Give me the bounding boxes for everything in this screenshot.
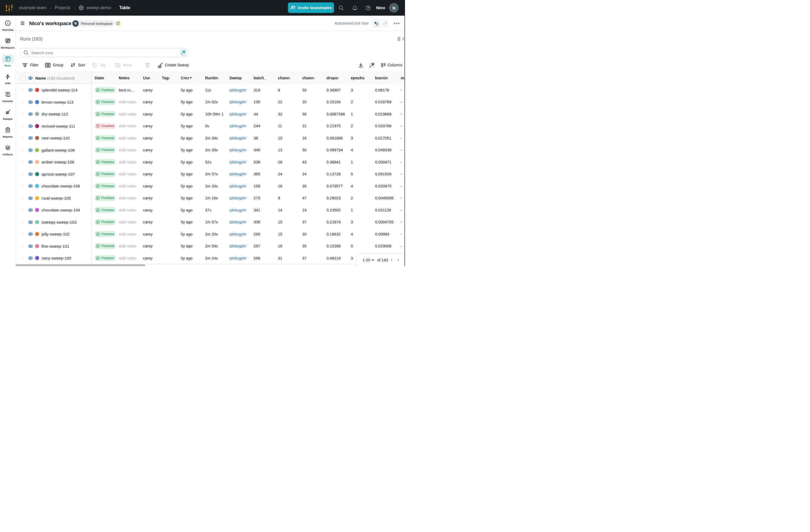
prev-page-chevron-icon[interactable]: ‹	[391, 257, 392, 262]
drag-handle-dot[interactable]	[22, 233, 23, 235]
run-visibility-eye-icon[interactable]	[28, 208, 33, 212]
run-visibility-eye-icon[interactable]	[28, 112, 33, 116]
run-notes[interactable]: Add notes	[119, 120, 136, 132]
export-button[interactable]	[359, 62, 363, 68]
run-notes[interactable]: Add notes	[119, 144, 136, 156]
run-row[interactable]: revived-sweep-111 Crashed Add notes care…	[15, 120, 405, 132]
run-name[interactable]: rare-sweep-110	[42, 132, 70, 144]
breadcrumb-team[interactable]: example-team	[19, 5, 46, 10]
run-row[interactable]: rural-sweep-105 Finished Add notes carey…	[15, 192, 405, 204]
column-header-lr[interactable]: learnin	[372, 72, 396, 84]
run-notes[interactable]: Add notes	[119, 228, 136, 240]
run-visibility-eye-icon[interactable]	[28, 88, 33, 92]
delete-button[interactable]	[145, 62, 150, 68]
run-row[interactable]: chocolate-sweep-106 Finished Add notes c…	[15, 180, 405, 192]
run-color-dot[interactable]	[35, 100, 39, 104]
column-header-ch1[interactable]: channe	[274, 72, 297, 84]
run-visibility-eye-icon[interactable]	[28, 256, 33, 260]
sidebar-item-overview[interactable]: Overview	[0, 19, 15, 37]
sidebar-item-runs[interactable]: Runs	[0, 54, 15, 72]
run-sweep-link[interactable]: q9dwgphr	[229, 168, 247, 180]
wandb-logo-icon[interactable]	[5, 4, 14, 12]
drag-handle-dot[interactable]	[22, 174, 23, 175]
run-color-dot[interactable]	[35, 148, 39, 152]
run-color-dot[interactable]	[35, 112, 39, 116]
run-sweep-link[interactable]: q9dwgphr	[229, 120, 247, 132]
help-icon[interactable]	[366, 0, 371, 16]
run-notes[interactable]: Add notes	[119, 252, 136, 264]
run-name[interactable]: sweepy-sweep-103	[42, 216, 76, 228]
run-notes[interactable]: Add notes	[119, 180, 136, 192]
run-sweep-link[interactable]: q9dwgphr	[229, 108, 247, 120]
run-row[interactable]: fine-sweep-101 Finished Add notes carey …	[15, 240, 405, 252]
run-name[interactable]: zany-sweep-100	[42, 252, 71, 264]
page-range[interactable]: 1-20	[362, 258, 370, 262]
run-visibility-eye-icon[interactable]	[28, 148, 33, 152]
sidebar-item-artifacts[interactable]: Artifacts	[0, 144, 15, 161]
run-visibility-eye-icon[interactable]	[28, 184, 33, 188]
run-notes[interactable]: Add notes	[119, 168, 136, 180]
run-name[interactable]: lemon-sweep-113	[42, 96, 74, 108]
run-row[interactable]: lemon-sweep-113 Finished Add notes carey…	[15, 96, 405, 108]
column-header-batch[interactable]: batch_	[250, 72, 273, 84]
tag-button[interactable]: Tag	[92, 62, 106, 68]
create-sweep-button[interactable]: Create Sweep	[157, 62, 189, 68]
drag-handle-dot[interactable]	[22, 102, 23, 102]
column-header-notes[interactable]: Notes	[115, 72, 139, 84]
run-visibility-eye-icon[interactable]	[28, 136, 33, 140]
run-color-dot[interactable]	[35, 208, 39, 212]
invite-teammates-button[interactable]: Invite teammates	[288, 2, 334, 13]
sidebar-item-sweeps[interactable]: Sweeps	[0, 108, 15, 126]
drag-handle-dot[interactable]	[22, 150, 23, 150]
drag-handle-dot[interactable]	[22, 90, 23, 91]
run-notes[interactable]: Add notes	[119, 240, 136, 252]
run-visibility-eye-icon[interactable]	[28, 100, 33, 104]
column-header-user[interactable]: User	[140, 72, 157, 84]
run-row[interactable]: zany-sweep-100 Finished Add notes carey …	[15, 252, 405, 264]
run-row[interactable]: chocolate-sweep-104 Finished Add notes c…	[15, 204, 405, 216]
vertical-scrollbar-thumb[interactable]	[404, 16, 405, 266]
column-header-metric[interactable]: me	[397, 72, 405, 84]
breadcrumb-project[interactable]: sweep-demo	[86, 5, 111, 10]
filter-button[interactable]: Filter	[22, 62, 38, 68]
run-sweep-link[interactable]: q9dwgphr	[229, 228, 247, 240]
run-notes[interactable]: Add notes	[119, 96, 136, 108]
run-name[interactable]: fine-sweep-101	[42, 240, 69, 252]
column-header-state[interactable]: State	[91, 72, 114, 84]
personal-workspace-badge[interactable]: N Personal workspace	[72, 20, 115, 27]
run-notes[interactable]: Add notes	[119, 132, 136, 144]
run-name[interactable]: jolly-sweep-102	[42, 228, 70, 240]
column-header-runtime[interactable]: Runtim	[201, 72, 225, 84]
run-sweep-link[interactable]: q9dwgphr	[229, 216, 247, 228]
drag-handle-dot[interactable]	[22, 198, 23, 198]
name-column-header[interactable]: Name (183 visualized)	[35, 72, 75, 84]
run-name[interactable]: revived-sweep-111	[42, 120, 75, 132]
run-name[interactable]: dry-sweep-112	[42, 108, 68, 120]
run-name[interactable]: chocolate-sweep-104	[42, 204, 80, 216]
breadcrumb-projects[interactable]: Projects	[55, 5, 70, 10]
run-name[interactable]: gallant-sweep-109	[42, 144, 75, 156]
run-sweep-link[interactable]: q9dwgphr	[229, 132, 247, 144]
notifications-bell-icon[interactable]	[352, 0, 357, 16]
run-visibility-eye-icon[interactable]	[28, 221, 33, 224]
drag-handle-dot[interactable]	[22, 258, 23, 258]
next-page-chevron-icon[interactable]: ›	[398, 257, 399, 262]
run-color-dot[interactable]	[35, 124, 39, 128]
sidebar-item-jobs[interactable]: Jobs	[0, 72, 15, 90]
run-color-dot[interactable]	[35, 196, 39, 200]
navbar-search-icon[interactable]	[339, 0, 344, 16]
run-visibility-eye-icon[interactable]	[28, 244, 33, 248]
sidebar-item-reports[interactable]: Reports	[0, 126, 15, 144]
drag-handle-dot[interactable]	[22, 162, 23, 162]
column-header-sweep[interactable]: Sweep	[226, 72, 249, 84]
drag-handle-dot[interactable]	[22, 210, 23, 210]
run-color-dot[interactable]	[35, 220, 39, 224]
run-color-dot[interactable]	[35, 172, 39, 176]
run-color-dot[interactable]	[35, 136, 39, 140]
run-row[interactable]: splendid-sweep-114 Finished best ru… car…	[15, 84, 405, 96]
run-notes[interactable]: Add notes	[119, 204, 136, 216]
magic-button[interactable]	[369, 62, 375, 68]
move-button[interactable]: Move	[115, 62, 132, 68]
run-color-dot[interactable]	[35, 184, 39, 188]
run-visibility-eye-icon[interactable]	[28, 232, 33, 236]
